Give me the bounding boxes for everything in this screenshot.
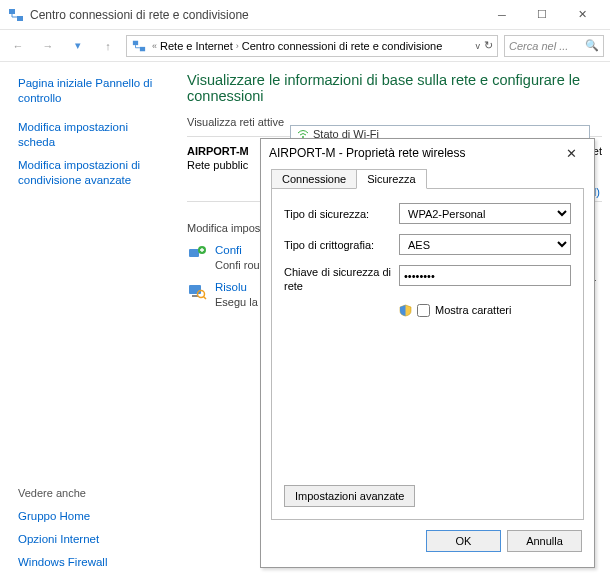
security-type-label: Tipo di sicurezza: xyxy=(284,208,399,220)
sidebar: Pagina iniziale Pannello di controllo Mo… xyxy=(0,62,175,580)
sidebar-inetopt-link[interactable]: Opzioni Internet xyxy=(18,532,163,547)
up-button[interactable]: ↑ xyxy=(96,34,120,58)
refresh-button[interactable]: ↻ xyxy=(484,39,493,52)
breadcrumb-dropdown-icon[interactable]: v xyxy=(476,41,481,51)
show-characters-checkbox[interactable] xyxy=(417,304,430,317)
security-type-select[interactable]: WPA2-Personal xyxy=(399,203,571,224)
page-heading: Visualizzare le informazioni di base sul… xyxy=(187,72,602,104)
dialog-close-button[interactable]: ✕ xyxy=(556,146,586,161)
maximize-button[interactable]: ☐ xyxy=(522,2,562,28)
close-button[interactable]: ✕ xyxy=(562,2,602,28)
tab-security[interactable]: Sicurezza xyxy=(356,169,426,189)
encryption-type-select[interactable]: AES xyxy=(399,234,571,255)
cancel-button[interactable]: Annulla xyxy=(507,530,582,552)
recent-dropdown[interactable]: ▾ xyxy=(66,34,90,58)
forward-button[interactable]: → xyxy=(36,34,60,58)
window-controls: ─ ☐ ✕ xyxy=(482,2,602,28)
option-troubleshoot-link[interactable]: Risolu xyxy=(215,281,247,293)
dialog-buttons: OK Annulla xyxy=(261,530,594,564)
app-icon xyxy=(8,7,24,23)
troubleshoot-icon xyxy=(187,281,207,301)
sidebar-home-link[interactable]: Pagina iniziale Pannello di controllo xyxy=(18,76,163,106)
svg-rect-2 xyxy=(133,40,138,44)
shield-icon xyxy=(399,304,412,317)
breadcrumb[interactable]: « Rete e Internet › Centro connessioni d… xyxy=(126,35,498,57)
search-placeholder: Cerca nel ... xyxy=(509,40,568,52)
network-icon xyxy=(131,38,147,54)
search-input[interactable]: Cerca nel ... 🔍 xyxy=(504,35,604,57)
svg-rect-0 xyxy=(9,9,15,14)
breadcrumb-item-1[interactable]: Rete e Internet xyxy=(160,40,233,52)
option-new-connection-link[interactable]: Confi xyxy=(215,244,242,256)
network-name: AIRPORT-M xyxy=(187,145,249,157)
sidebar-adapter-link[interactable]: Modifica impostazioni scheda xyxy=(18,120,163,150)
network-key-label: Chiave di sicurezza di rete xyxy=(284,265,399,294)
dialog-titlebar: AIRPORT-M - Proprietà rete wireless ✕ xyxy=(261,139,594,167)
see-also-label: Vedere anche xyxy=(18,487,163,499)
minimize-button[interactable]: ─ xyxy=(482,2,522,28)
dialog-tabs: Connessione Sicurezza xyxy=(261,167,594,189)
network-key-input[interactable] xyxy=(399,265,571,286)
svg-rect-6 xyxy=(189,285,201,294)
svg-rect-4 xyxy=(189,249,199,257)
svg-rect-1 xyxy=(17,16,23,21)
wireless-properties-dialog: AIRPORT-M - Proprietà rete wireless ✕ Co… xyxy=(260,138,595,568)
new-connection-icon xyxy=(187,244,207,264)
breadcrumb-item-2[interactable]: Centro connessioni di rete e condivision… xyxy=(242,40,443,52)
search-icon: 🔍 xyxy=(585,39,599,52)
encryption-type-label: Tipo di crittografia: xyxy=(284,239,399,251)
network-type: Rete pubblic xyxy=(187,159,248,171)
title-bar: Centro connessioni di rete e condivision… xyxy=(0,0,610,30)
advanced-settings-button[interactable]: Impostazioni avanzate xyxy=(284,485,415,507)
breadcrumb-chevron: › xyxy=(236,41,239,51)
nav-bar: ← → ▾ ↑ « Rete e Internet › Centro conne… xyxy=(0,30,610,62)
breadcrumb-sep: « xyxy=(152,41,157,51)
tab-security-pane: Tipo di sicurezza: WPA2-Personal Tipo di… xyxy=(271,188,584,520)
sidebar-homegroup-link[interactable]: Gruppo Home xyxy=(18,509,163,524)
dialog-title: AIRPORT-M - Proprietà rete wireless xyxy=(269,146,466,160)
tab-connection[interactable]: Connessione xyxy=(271,169,357,189)
ok-button[interactable]: OK xyxy=(426,530,501,552)
sidebar-sharing-link[interactable]: Modifica impostazioni di condivisione av… xyxy=(18,158,163,188)
show-characters-label: Mostra caratteri xyxy=(435,304,511,316)
window-title: Centro connessioni di rete e condivision… xyxy=(30,8,482,22)
svg-rect-3 xyxy=(140,46,145,50)
back-button[interactable]: ← xyxy=(6,34,30,58)
sidebar-firewall-link[interactable]: Windows Firewall xyxy=(18,555,163,570)
